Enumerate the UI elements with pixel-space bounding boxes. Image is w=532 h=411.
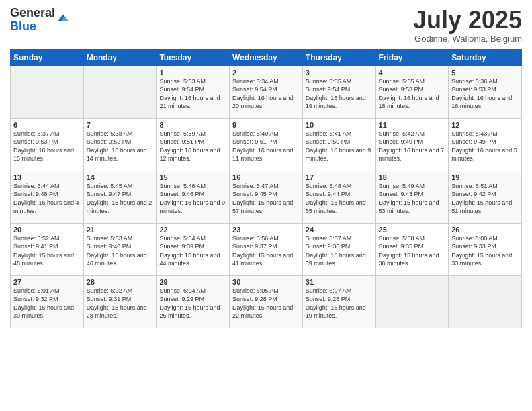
table-row: 10Sunrise: 5:41 AMSunset: 9:50 PMDayligh… xyxy=(302,118,375,171)
table-row: 7Sunrise: 5:38 AMSunset: 9:52 PMDaylight… xyxy=(83,118,157,171)
header-sunday: Sunday xyxy=(11,49,84,66)
day-number: 28 xyxy=(87,278,154,286)
title-area: July 2025 Godinne, Wallonia, Belgium xyxy=(413,7,522,44)
day-info: Sunrise: 5:57 AMSunset: 9:36 PMDaylight:… xyxy=(306,235,366,267)
day-number: 9 xyxy=(232,121,300,129)
day-info: Sunrise: 6:02 AMSunset: 9:31 PMDaylight:… xyxy=(87,287,147,320)
day-info: Sunrise: 5:34 AMSunset: 9:54 PMDaylight:… xyxy=(232,78,293,110)
table-row: 20Sunrise: 5:52 AMSunset: 9:41 PMDayligh… xyxy=(11,223,84,275)
day-number: 22 xyxy=(159,226,226,234)
table-row: 31Sunrise: 6:07 AMSunset: 9:26 PMDayligh… xyxy=(302,275,375,328)
day-info: Sunrise: 5:52 AMSunset: 9:41 PMDaylight:… xyxy=(13,235,74,267)
header-thursday: Thursday xyxy=(302,49,375,66)
day-info: Sunrise: 6:05 AMSunset: 9:28 PMDaylight:… xyxy=(232,287,293,320)
table-row: 22Sunrise: 5:54 AMSunset: 9:39 PMDayligh… xyxy=(157,223,230,275)
table-row: 6Sunrise: 5:37 AMSunset: 9:53 PMDaylight… xyxy=(11,118,84,171)
table-row: 28Sunrise: 6:02 AMSunset: 9:31 PMDayligh… xyxy=(83,275,157,328)
table-row: 29Sunrise: 6:04 AMSunset: 9:29 PMDayligh… xyxy=(157,275,230,328)
day-info: Sunrise: 5:45 AMSunset: 9:47 PMDaylight:… xyxy=(87,183,152,215)
logo-blue: Blue xyxy=(10,20,55,34)
day-number: 15 xyxy=(159,173,226,181)
day-info: Sunrise: 5:35 AMSunset: 9:53 PMDaylight:… xyxy=(379,78,439,110)
day-number: 3 xyxy=(306,68,373,77)
day-number: 8 xyxy=(159,121,226,129)
day-number: 16 xyxy=(232,173,300,181)
table-row xyxy=(11,66,84,118)
table-row: 11Sunrise: 5:42 AMSunset: 9:49 PMDayligh… xyxy=(375,118,449,171)
table-row: 25Sunrise: 5:58 AMSunset: 9:35 PMDayligh… xyxy=(375,223,449,275)
day-number: 12 xyxy=(451,121,519,129)
table-row xyxy=(83,66,157,118)
day-info: Sunrise: 5:44 AMSunset: 9:48 PMDaylight:… xyxy=(13,183,79,215)
day-number: 25 xyxy=(379,226,446,234)
table-row: 27Sunrise: 6:01 AMSunset: 9:32 PMDayligh… xyxy=(11,275,84,328)
day-number: 17 xyxy=(306,173,373,181)
location-subtitle: Godinne, Wallonia, Belgium xyxy=(413,34,522,44)
table-row xyxy=(375,275,449,328)
table-row: 3Sunrise: 5:35 AMSunset: 9:54 PMDaylight… xyxy=(302,66,375,118)
day-number: 29 xyxy=(159,278,226,286)
day-number: 7 xyxy=(87,121,154,129)
day-info: Sunrise: 5:36 AMSunset: 9:53 PMDaylight:… xyxy=(451,78,512,110)
table-row: 26Sunrise: 6:00 AMSunset: 9:33 PMDayligh… xyxy=(449,223,522,275)
day-info: Sunrise: 6:04 AMSunset: 9:29 PMDaylight:… xyxy=(159,287,220,320)
month-title: July 2025 xyxy=(413,7,522,34)
day-info: Sunrise: 5:46 AMSunset: 9:46 PMDaylight:… xyxy=(159,183,225,215)
day-info: Sunrise: 5:35 AMSunset: 9:54 PMDaylight:… xyxy=(306,78,366,110)
header-saturday: Saturday xyxy=(449,49,522,66)
table-row: 5Sunrise: 5:36 AMSunset: 9:53 PMDaylight… xyxy=(449,66,522,118)
day-number: 30 xyxy=(232,278,300,286)
day-info: Sunrise: 5:51 AMSunset: 9:42 PMDaylight:… xyxy=(451,183,512,215)
calendar-header: Sunday Monday Tuesday Wednesday Thursday… xyxy=(11,49,522,66)
day-number: 18 xyxy=(379,173,446,181)
day-info: Sunrise: 5:43 AMSunset: 9:49 PMDaylight:… xyxy=(451,130,517,163)
day-number: 21 xyxy=(87,226,154,234)
table-row: 2Sunrise: 5:34 AMSunset: 9:54 PMDaylight… xyxy=(230,66,303,118)
day-number: 10 xyxy=(306,121,373,129)
table-row: 18Sunrise: 5:49 AMSunset: 9:43 PMDayligh… xyxy=(375,171,449,223)
day-number: 1 xyxy=(159,68,226,77)
table-row: 14Sunrise: 5:45 AMSunset: 9:47 PMDayligh… xyxy=(83,171,157,223)
header-wednesday: Wednesday xyxy=(230,49,303,66)
table-row: 16Sunrise: 5:47 AMSunset: 9:45 PMDayligh… xyxy=(230,171,303,223)
day-info: Sunrise: 5:39 AMSunset: 9:51 PMDaylight:… xyxy=(159,130,220,163)
day-number: 24 xyxy=(306,226,373,234)
table-row: 12Sunrise: 5:43 AMSunset: 9:49 PMDayligh… xyxy=(449,118,522,171)
day-number: 14 xyxy=(87,173,154,181)
day-number: 5 xyxy=(451,68,519,77)
day-number: 19 xyxy=(451,173,519,181)
table-row: 13Sunrise: 5:44 AMSunset: 9:48 PMDayligh… xyxy=(11,171,84,223)
day-number: 26 xyxy=(451,226,519,234)
day-number: 2 xyxy=(232,68,300,77)
day-number: 11 xyxy=(379,121,446,129)
logo: General Blue xyxy=(10,7,70,34)
table-row: 30Sunrise: 6:05 AMSunset: 9:28 PMDayligh… xyxy=(230,275,303,328)
table-row: 1Sunrise: 5:33 AMSunset: 9:54 PMDaylight… xyxy=(157,66,230,118)
day-info: Sunrise: 5:53 AMSunset: 9:40 PMDaylight:… xyxy=(87,235,147,267)
day-info: Sunrise: 5:38 AMSunset: 9:52 PMDaylight:… xyxy=(87,130,147,163)
day-info: Sunrise: 5:58 AMSunset: 9:35 PMDaylight:… xyxy=(379,235,439,267)
day-info: Sunrise: 6:01 AMSunset: 9:32 PMDaylight:… xyxy=(13,287,74,320)
day-number: 20 xyxy=(13,226,81,234)
table-row: 23Sunrise: 5:56 AMSunset: 9:37 PMDayligh… xyxy=(230,223,303,275)
day-info: Sunrise: 5:49 AMSunset: 9:43 PMDaylight:… xyxy=(379,183,439,215)
table-row: 4Sunrise: 5:35 AMSunset: 9:53 PMDaylight… xyxy=(375,66,449,118)
day-info: Sunrise: 6:07 AMSunset: 9:26 PMDaylight:… xyxy=(306,287,366,320)
table-row: 21Sunrise: 5:53 AMSunset: 9:40 PMDayligh… xyxy=(83,223,157,275)
day-info: Sunrise: 5:48 AMSunset: 9:44 PMDaylight:… xyxy=(306,183,366,215)
day-info: Sunrise: 5:40 AMSunset: 9:51 PMDaylight:… xyxy=(232,130,293,163)
table-row: 9Sunrise: 5:40 AMSunset: 9:51 PMDaylight… xyxy=(230,118,303,171)
table-row: 15Sunrise: 5:46 AMSunset: 9:46 PMDayligh… xyxy=(157,171,230,223)
day-number: 4 xyxy=(379,68,446,77)
calendar-body: 1Sunrise: 5:33 AMSunset: 9:54 PMDaylight… xyxy=(11,66,522,328)
day-info: Sunrise: 5:54 AMSunset: 9:39 PMDaylight:… xyxy=(159,235,220,267)
day-number: 31 xyxy=(306,278,373,286)
logo-icon xyxy=(56,11,70,25)
day-info: Sunrise: 5:41 AMSunset: 9:50 PMDaylight:… xyxy=(306,130,371,163)
table-row: 24Sunrise: 5:57 AMSunset: 9:36 PMDayligh… xyxy=(302,223,375,275)
table-row xyxy=(449,275,522,328)
day-number: 6 xyxy=(13,121,81,129)
day-info: Sunrise: 5:42 AMSunset: 9:49 PMDaylight:… xyxy=(379,130,445,163)
day-number: 27 xyxy=(13,278,81,286)
day-number: 13 xyxy=(13,173,81,181)
